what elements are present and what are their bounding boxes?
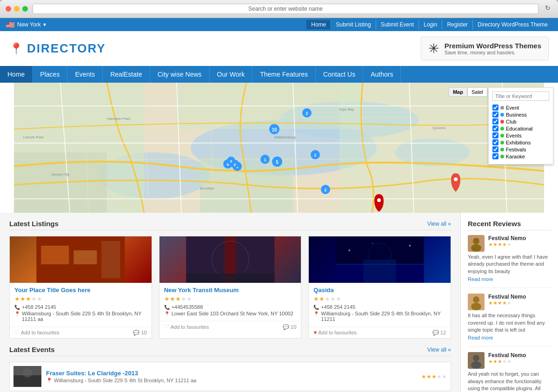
comment-icon: 💬	[432, 330, 439, 336]
nav-events[interactable]: Events	[67, 66, 103, 83]
svg-point-34	[377, 198, 381, 202]
logo[interactable]: 📍 DIRECTORY	[9, 41, 106, 56]
top-nav-submit-event[interactable]: Submit Event	[376, 20, 419, 29]
filter-exhibitions[interactable]: Exhibitions	[492, 139, 549, 145]
phone-number: +458 254 2145	[321, 304, 355, 310]
map-filter-panel: Event Business Club Educational	[488, 87, 553, 164]
filter-karaoke-label: Karaoke	[506, 154, 525, 159]
card-fav-active[interactable]: ♥ Add to favourites	[313, 329, 357, 336]
event-title[interactable]: Fraser Suites: Le Claridge -2013	[46, 370, 417, 377]
filter-karaoke[interactable]: Karaoke	[492, 153, 549, 159]
filter-exhibitions-label: Exhibitions	[506, 140, 531, 145]
card-title[interactable]: Qasida	[313, 287, 446, 294]
filter-karaoke-checkbox[interactable]	[492, 153, 498, 159]
close-dot[interactable]	[6, 6, 11, 12]
nav-home[interactable]: Home	[0, 66, 33, 83]
svg-point-33	[454, 177, 458, 181]
filter-event-checkbox[interactable]	[492, 105, 498, 111]
svg-point-71	[473, 355, 479, 361]
card-phone: 📞 +4454535588	[164, 304, 297, 310]
nav-contact-us[interactable]: Contact Us	[316, 66, 363, 83]
nav-places[interactable]: Places	[33, 66, 67, 83]
card-comments[interactable]: 💬 12	[432, 330, 446, 336]
svg-text:Jersey City: Jersey City	[51, 172, 70, 176]
events-view-all[interactable]: View all	[427, 346, 451, 353]
premium-title: Premium WordPress Themes	[445, 42, 541, 50]
filter-event-dot	[500, 106, 504, 110]
filter-events-checkbox[interactable]	[492, 132, 498, 138]
review-header: Festival Nemo ★★★★★	[468, 294, 551, 310]
svg-point-72	[471, 361, 481, 369]
top-nav-register[interactable]: Register	[442, 20, 473, 29]
filter-festivals[interactable]: Festivals	[492, 146, 549, 152]
premium-subtitle: Save time, money and hassles.	[445, 50, 541, 55]
filter-business-label: Business	[506, 112, 527, 118]
nav-our-work[interactable]: Our Work	[210, 66, 253, 83]
card-fav[interactable]: ♡ Add to favourites	[164, 324, 209, 330]
filter-event-label: Event	[506, 105, 519, 111]
premium-banner[interactable]: ✳ Premium WordPress Themes Save time, mo…	[421, 37, 549, 60]
map-button[interactable]: Map	[449, 87, 467, 97]
filter-club-checkbox[interactable]	[492, 118, 498, 124]
url-bar[interactable]: Search or enter website name	[33, 4, 538, 14]
nav-authors[interactable]: Authors	[363, 66, 401, 83]
card-title[interactable]: New York Transit Museum	[164, 287, 297, 294]
top-nav-login[interactable]: Login	[419, 20, 442, 29]
card-body: New York Transit Museum ★★★★★ 📞 +4454535…	[159, 283, 301, 321]
nav-theme-features[interactable]: Theme Features	[252, 66, 316, 83]
nav-realestate[interactable]: RealEstate	[103, 66, 150, 83]
card-actions: ♡ Add to favourites 💬 10	[10, 327, 152, 338]
refresh-button[interactable]: ↻	[543, 4, 552, 13]
filter-festivals-label: Festivals	[506, 147, 526, 152]
satellite-button[interactable]: Satel	[467, 87, 487, 97]
card-stars: ★★★★★	[14, 295, 147, 302]
filter-festivals-checkbox[interactable]	[492, 146, 498, 152]
filter-educational-checkbox[interactable]	[492, 125, 498, 131]
card-comments[interactable]: 💬 10	[133, 330, 146, 336]
read-more-link[interactable]: Read more	[468, 276, 551, 282]
comment-icon: 💬	[133, 330, 140, 336]
reviews-section: Recent Reviews	[468, 220, 551, 392]
read-more-link[interactable]: Read more	[468, 335, 551, 340]
top-nav-directory-theme[interactable]: Directory WordPress Theme	[473, 20, 552, 29]
card-comments[interactable]: 💬 10	[283, 324, 296, 330]
card-address: 📍 Lower East Side 103 Orchard St New Yor…	[164, 311, 297, 316]
filter-exhibitions-checkbox[interactable]	[492, 139, 498, 145]
svg-text:2: 2	[306, 111, 308, 116]
review-text: And yeah not to forget, you can always e…	[468, 371, 551, 392]
nav-city-wise-news[interactable]: City wise News	[150, 66, 210, 83]
filter-business[interactable]: Business	[492, 111, 549, 118]
filter-event[interactable]: Event	[492, 105, 549, 111]
avatar	[468, 294, 485, 310]
content-left: Latest Listings View all	[0, 213, 460, 392]
fav-label: Add to favourites	[318, 330, 357, 335]
card-body: Qasida ★★★★★ 📞 +458 254 2145 📍 Williamsb…	[309, 283, 451, 327]
minimize-dot[interactable]	[14, 6, 20, 12]
listing-card: Qasida ★★★★★ 📞 +458 254 2145 📍 Williamsb…	[308, 236, 451, 339]
card-fav[interactable]: ♡ Add to favourites	[14, 329, 60, 336]
map-search-input[interactable]	[492, 91, 549, 101]
filter-events[interactable]: Events	[492, 132, 549, 138]
top-nav-home[interactable]: Home	[306, 20, 331, 29]
avatar	[468, 235, 485, 252]
filter-karaoke-dot	[500, 155, 504, 158]
filter-business-checkbox[interactable]	[492, 111, 498, 118]
browser-titlebar: Search or enter website name ↻	[0, 0, 558, 18]
filter-club[interactable]: Club	[492, 118, 549, 124]
svg-text:Lincoln Park: Lincoln Park	[23, 135, 44, 139]
card-title[interactable]: Your Place Title Goes here	[14, 287, 147, 294]
review-item: Festival Nemo ★★★★★ It has all the neces…	[468, 294, 551, 346]
listings-view-all[interactable]: View all	[427, 221, 451, 227]
map-container[interactable]: Jersey City Lincoln Park Williamsburg Ki…	[0, 83, 558, 213]
listings-title: Latest Listings	[9, 220, 59, 228]
location-selector[interactable]: 🇺🇸 New York ▾	[6, 20, 46, 29]
card-stars: ★★★★★	[313, 295, 446, 302]
svg-point-65	[473, 238, 479, 244]
comment-count: 10	[141, 330, 146, 335]
filter-educational[interactable]: Educational	[492, 125, 549, 131]
top-nav-submit-listing[interactable]: Submit Listing	[331, 20, 376, 29]
snowflake-icon: ✳	[428, 41, 439, 56]
review-header: Festival Nemo ★★★★★	[468, 352, 551, 369]
maximize-dot[interactable]	[22, 6, 28, 12]
star-empty: ★★	[31, 295, 42, 302]
